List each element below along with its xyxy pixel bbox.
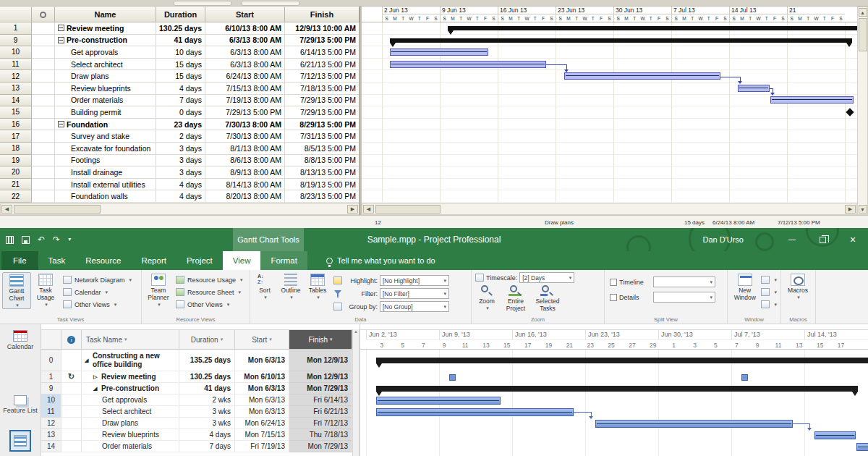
close-button[interactable]: × — [838, 228, 868, 251]
collapsed-icon[interactable]: ▷ — [93, 374, 101, 380]
tables-button[interactable]: Tables▾ — [305, 272, 331, 300]
task-row-16[interactable]: 16Foundation23 days7/30/13 8:00 AM8/29/1… — [0, 119, 359, 131]
duration-cell[interactable]: 0 days — [156, 106, 205, 119]
task-name-cell[interactable]: Select architect — [82, 406, 179, 418]
task-row-21[interactable]: 21Install external utilities4 days8/14/1… — [0, 179, 359, 191]
finish-cell[interactable]: 7/29/13 5:00 PM — [285, 35, 359, 47]
tab-resource[interactable]: Resource — [75, 251, 131, 270]
sort-button[interactable]: Sort▾ — [252, 272, 277, 300]
start-cell[interactable]: 8/6/13 8:00 AM — [205, 155, 285, 167]
finish-cell[interactable]: 7/18/13 5:00 PM — [285, 83, 359, 95]
finish-cell[interactable]: Mon 12/9/13 — [289, 371, 352, 383]
customize-qat-icon[interactable]: ▾ — [68, 237, 71, 242]
finish-cell[interactable]: 6/21/13 5:00 PM — [285, 59, 359, 71]
start-cell[interactable]: Mon 6/3/13 — [235, 383, 289, 394]
task-row-12[interactable]: 12Draw plans3 wksMon 6/24/13Fri 7/12/13 — [41, 418, 352, 429]
task-row-14[interactable]: 14Order materials7 days7/19/13 8:00 AM7/… — [0, 95, 359, 107]
finish-cell[interactable]: 8/23/13 5:00 PM — [285, 190, 359, 203]
task-name-cell[interactable]: Survey and stake — [55, 130, 156, 143]
duration-cell[interactable]: 3 wks — [179, 418, 235, 429]
gantt-bar-draw-plans[interactable] — [564, 72, 720, 80]
indicator-cell[interactable] — [32, 70, 55, 83]
details-view-combobox[interactable]: ▾ — [653, 292, 715, 303]
indicator-cell[interactable] — [32, 22, 55, 35]
view-bar[interactable]: Calendar Feature List — [0, 324, 41, 456]
indicator-cell[interactable] — [32, 35, 55, 47]
indicator-cell[interactable] — [61, 418, 82, 429]
signed-in-user[interactable]: Dan D'Urso — [702, 228, 744, 251]
indicator-cell[interactable] — [32, 130, 55, 143]
gantt-bar-review-meeting-summary[interactable] — [448, 26, 857, 30]
row-number[interactable]: 0 — [41, 350, 61, 371]
duration-cell[interactable]: 15 days — [156, 70, 205, 83]
timeline-view-combobox[interactable]: ▾ — [653, 276, 715, 287]
task-name-cell[interactable]: Get approvals — [82, 394, 179, 406]
row-number[interactable]: 9 — [0, 35, 32, 47]
filter-combobox[interactable]: [No Filter]▾ — [380, 288, 449, 299]
row-number[interactable]: 11 — [41, 406, 61, 418]
ribbon-tab-bar[interactable]: FileTaskResourceReportProjectViewFormat … — [0, 251, 868, 270]
filter-arrow-icon[interactable]: ▾ — [330, 337, 333, 342]
window-controls[interactable]: × — [777, 228, 868, 251]
row-number[interactable]: 22 — [0, 190, 32, 203]
task-name-column-header[interactable]: Task Name▾ — [82, 330, 179, 350]
task-name-cell[interactable]: Draw plans — [82, 418, 179, 429]
duration-cell[interactable]: 2 wks — [179, 394, 235, 406]
scroll-left-button[interactable]: ◀ — [363, 205, 374, 214]
row-number-header[interactable] — [0, 7, 32, 22]
finish-cell[interactable]: 8/5/13 5:00 PM — [285, 143, 359, 155]
finish-cell[interactable]: Fri 7/12/13 — [289, 418, 352, 429]
duration-cell[interactable]: 3 wks — [179, 406, 235, 418]
task-row-18[interactable]: 18Excavate for foundation3 days8/1/13 8:… — [0, 143, 359, 155]
task-row-13[interactable]: 13Review blueprints4 days7/15/13 8:00 AM… — [0, 83, 359, 95]
start-cell[interactable]: 7/30/13 8:00 AM — [205, 119, 285, 131]
duration-cell[interactable]: 3 days — [156, 166, 205, 179]
indicator-cell[interactable] — [32, 106, 55, 119]
finish-column-header[interactable]: Finish — [285, 7, 359, 22]
duration-column-header[interactable]: Duration▾ — [179, 330, 235, 350]
finish-cell[interactable]: Mon 7/29/13 — [289, 383, 352, 394]
duration-cell[interactable]: 130.25 days — [179, 371, 235, 383]
indicator-cell[interactable] — [61, 350, 82, 371]
timescale-combobox[interactable]: [2] Days▾ — [519, 272, 574, 283]
finish-cell[interactable]: Mon 7/29/13 — [289, 441, 352, 452]
timeline-checkbox[interactable] — [610, 279, 617, 286]
task-name-cell[interactable]: Foundation walls — [55, 190, 156, 203]
restore-button[interactable] — [807, 228, 838, 251]
app-gantt-pane[interactable]: Jun 2, '13Jun 9, '13Jun 16, '13Jun 23, '… — [359, 324, 868, 456]
task-row-12[interactable]: 12Draw plans15 days6/24/13 8:00 AM7/12/1… — [0, 70, 359, 83]
duration-cell[interactable]: 41 days — [156, 35, 205, 47]
start-cell[interactable]: 7/15/13 8:00 AM — [205, 83, 285, 95]
task-row-11[interactable]: 11Select architect3 wksMon 6/3/13Fri 6/2… — [41, 406, 352, 418]
duration-cell[interactable]: 4 days — [156, 83, 205, 95]
finish-cell[interactable]: 8/29/13 5:00 PM — [285, 119, 359, 131]
start-column-header[interactable]: Start▾ — [235, 330, 289, 350]
gantt-timescale-header[interactable]: 2 Jun 13SMTWTFS9 Jun 13SMTWTFS16 Jun 13S… — [362, 7, 857, 22]
other-views-button-2[interactable]: Other Views▾ — [176, 300, 243, 309]
task-row-13[interactable]: 13Review blueprints4 daysMon 7/15/13Thu … — [41, 429, 352, 441]
start-column-header[interactable]: Start — [205, 7, 285, 22]
resource-sheet-button[interactable]: Resource Sheet▾ — [176, 287, 243, 297]
scroll-down-button[interactable]: ▼ — [859, 205, 867, 214]
gantt-bar-pre-construction-summary[interactable] — [390, 38, 852, 43]
quick-access-toolbar[interactable]: ↶ ↷ ▾ — [6, 228, 71, 251]
scroll-up-button[interactable]: ▲ — [859, 8, 867, 17]
selected-tasks-button[interactable]: Selected Tasks — [532, 283, 563, 313]
row-number[interactable]: 21 — [0, 179, 32, 191]
row-number-header[interactable] — [41, 330, 61, 350]
finish-cell[interactable]: Fri 6/14/13 — [289, 394, 352, 406]
expanded-icon[interactable]: ◢ — [93, 386, 101, 392]
duration-cell[interactable]: 10 days — [156, 46, 205, 59]
team-planner-button[interactable]: Team Planner▾ — [144, 272, 173, 308]
scrollbar-thumb[interactable] — [375, 205, 441, 214]
indicator-cell[interactable] — [32, 190, 55, 203]
duration-cell[interactable]: 4 days — [156, 190, 205, 203]
row-number[interactable]: 1 — [0, 22, 32, 35]
task-name-cell[interactable]: ▷Review meeting — [82, 371, 179, 383]
task-row-22[interactable]: 22Foundation walls4 days8/20/13 8:00 AM8… — [0, 190, 359, 203]
gantt-chart-area[interactable] — [362, 22, 857, 203]
finish-cell[interactable]: 8/8/13 5:00 PM — [285, 155, 359, 167]
gantt-bar-review-blueprints[interactable] — [814, 431, 856, 439]
indicator-cell[interactable] — [32, 143, 55, 155]
tab-report[interactable]: Report — [131, 251, 176, 270]
